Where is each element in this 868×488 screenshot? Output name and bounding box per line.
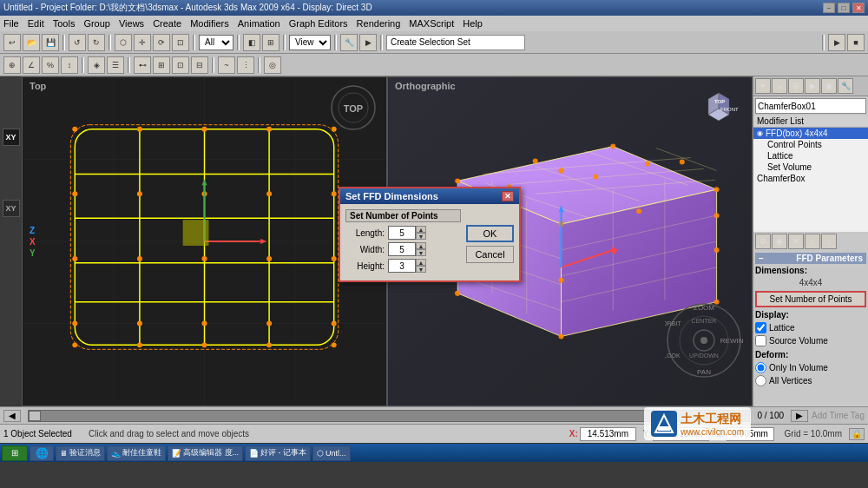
dialog-titlebar[interactable]: Set FFD Dimensions ✕ [340, 188, 519, 204]
mod-show-hide-btn[interactable]: ◉ [772, 234, 787, 249]
rp-utilities-btn[interactable]: 🔧 [838, 78, 853, 94]
set-number-points-btn[interactable]: Set Number of Points [755, 291, 866, 307]
width-up-btn[interactable]: ▲ [416, 242, 426, 249]
maximize-button[interactable]: □ [838, 3, 850, 13]
dope-sheet-btn[interactable]: ⋮ [237, 56, 254, 74]
menu-edit[interactable]: Edit [28, 18, 44, 29]
open-btn[interactable]: 📂 [23, 34, 40, 51]
percent-snap-btn[interactable]: % [42, 56, 59, 74]
y-coord-input[interactable] [653, 427, 709, 441]
rotate-btn[interactable]: ⟳ [153, 34, 170, 51]
object-name-input[interactable] [755, 98, 866, 114]
ffd-source-volume-checkbox[interactable] [755, 335, 766, 346]
ffd-only-in-volume-radio[interactable] [755, 362, 766, 373]
stop-btn[interactable]: ■ [847, 34, 865, 51]
menu-modifiers[interactable]: Modifiers [190, 18, 229, 29]
move-btn[interactable]: ✛ [134, 34, 151, 51]
modifier-item-lattice[interactable]: Lattice [753, 150, 868, 162]
array-btn[interactable]: ⊞ [153, 56, 170, 74]
menu-help[interactable]: Help [463, 18, 483, 29]
spacing-btn[interactable]: ⊡ [172, 56, 189, 74]
rp-display-btn[interactable]: ◉ [821, 78, 837, 94]
timeline-thumb[interactable] [29, 411, 41, 421]
save-btn[interactable]: 💾 [42, 34, 59, 51]
dialog-ok-btn[interactable]: OK [466, 225, 514, 242]
menu-file[interactable]: File [3, 18, 19, 29]
taskbar-btn-1[interactable]: 🌐 [30, 445, 54, 461]
menu-tools[interactable]: Tools [53, 18, 76, 29]
modifier-item-chamferbox[interactable]: ChamferBox [753, 173, 868, 184]
dialog-cancel-btn[interactable]: Cancel [466, 246, 514, 263]
close-button[interactable]: ✕ [852, 3, 865, 13]
x-coord-input[interactable] [580, 427, 636, 441]
ffd-params-minus[interactable]: − [759, 254, 764, 263]
viewport-top[interactable]: Top Z X Y [22, 76, 387, 406]
timeline-track[interactable] [28, 410, 750, 422]
rp-modify-btn[interactable]: ⟁ [772, 78, 787, 94]
taskbar-btn-notepad[interactable]: 📄 好评 - 记事本 [245, 445, 311, 461]
nav-gizmo[interactable]: ZOOM REWIND PAN ORBIT LOOK CENTER UP/DOW… [665, 301, 743, 379]
menu-create[interactable]: Create [153, 18, 181, 29]
taskbar-btn-verify[interactable]: 🖥 验证消息 [56, 445, 105, 461]
mod-delete-btn[interactable]: ✕ [788, 234, 804, 249]
mod-move-up-btn[interactable]: ↑ [805, 234, 820, 249]
menu-views[interactable]: Views [119, 18, 144, 29]
clone-btn[interactable]: ⊟ [191, 56, 208, 74]
mod-configure-btn[interactable]: ⚙ [755, 234, 771, 249]
rp-hierarchy-btn[interactable]: ⊞ [788, 78, 804, 94]
z-coord-input[interactable] [727, 427, 774, 441]
modifier-item-set-volume[interactable]: Set Volume [753, 162, 868, 173]
modifier-item-control-points[interactable]: Control Points [753, 139, 868, 150]
play-btn[interactable]: ▶ [828, 34, 845, 51]
add-time-tag-btn[interactable]: Add Time Tag [812, 411, 865, 420]
named-sel-btn[interactable]: ◈ [88, 56, 105, 74]
start-button[interactable]: ⊞ [2, 445, 28, 461]
xy-axis-btn2[interactable]: XY [3, 200, 20, 217]
mirror-btn[interactable]: ◧ [243, 34, 260, 51]
curve-editor-btn[interactable]: ~ [218, 56, 235, 74]
render-btn[interactable]: ▶ [359, 34, 377, 51]
length-up-btn[interactable]: ▲ [416, 226, 426, 233]
snap-btn[interactable]: ⊕ [3, 56, 21, 74]
modifier-item-ffd[interactable]: ◉ FFD(box) 4x4x4 [753, 128, 868, 139]
length-input[interactable] [388, 226, 416, 240]
length-down-btn[interactable]: ▼ [416, 233, 426, 240]
menu-animation[interactable]: Animation [238, 18, 280, 29]
minimize-button[interactable]: − [823, 3, 835, 13]
undo-btn[interactable]: ↺ [69, 34, 86, 51]
create-selection-set[interactable]: Create Selection Set [386, 35, 525, 50]
rp-motion-btn[interactable]: ▶ [805, 78, 820, 94]
dialog-close-btn[interactable]: ✕ [502, 191, 514, 201]
redo-btn[interactable]: ↻ [88, 34, 105, 51]
view-dropdown[interactable]: View [289, 35, 331, 50]
scale-btn[interactable]: ⊡ [172, 34, 189, 51]
taskbar-btn-3dsmax[interactable]: ⬡ Untl... [312, 445, 351, 461]
taskbar-btn-shoes[interactable]: 👟 耐佳佳童鞋 [107, 445, 166, 461]
height-input[interactable] [388, 259, 416, 273]
angle-snap-btn[interactable]: ∠ [23, 56, 40, 74]
width-input[interactable] [388, 242, 416, 256]
height-down-btn[interactable]: ▼ [416, 266, 426, 273]
prev-frame-btn[interactable]: ◀ [3, 410, 21, 422]
mod-move-down-btn[interactable]: ↓ [821, 234, 837, 249]
filter-dropdown[interactable]: All [199, 35, 233, 50]
menu-graph-editors[interactable]: Graph Editors [289, 18, 348, 29]
mirror2-btn[interactable]: ⊷ [134, 56, 151, 74]
taskbar-btn-editor[interactable]: 📝 高级编辑器 度... [168, 445, 243, 461]
menu-rendering[interactable]: Rendering [357, 18, 401, 29]
spinner-snap-btn[interactable]: ↕ [61, 56, 78, 74]
width-down-btn[interactable]: ▼ [416, 249, 426, 256]
rp-create-btn[interactable]: ✦ [755, 78, 771, 94]
render-settings-btn[interactable]: 🔧 [340, 34, 358, 51]
next-frame-btn[interactable]: ▶ [791, 410, 808, 422]
height-up-btn[interactable]: ▲ [416, 259, 426, 266]
view-cube[interactable]: TOP FRONT [695, 84, 743, 132]
schematic-btn[interactable]: ◎ [264, 56, 281, 74]
xy-axis-btn[interactable]: XY [3, 129, 20, 146]
align-btn[interactable]: ⊞ [262, 34, 279, 51]
ffd-all-vertices-radio[interactable] [755, 375, 766, 386]
layers-btn[interactable]: ☰ [107, 56, 124, 74]
new-btn[interactable]: ↩ [3, 34, 21, 51]
select-btn[interactable]: ⬡ [115, 34, 132, 51]
menu-maxscript[interactable]: MAXScript [409, 18, 454, 29]
